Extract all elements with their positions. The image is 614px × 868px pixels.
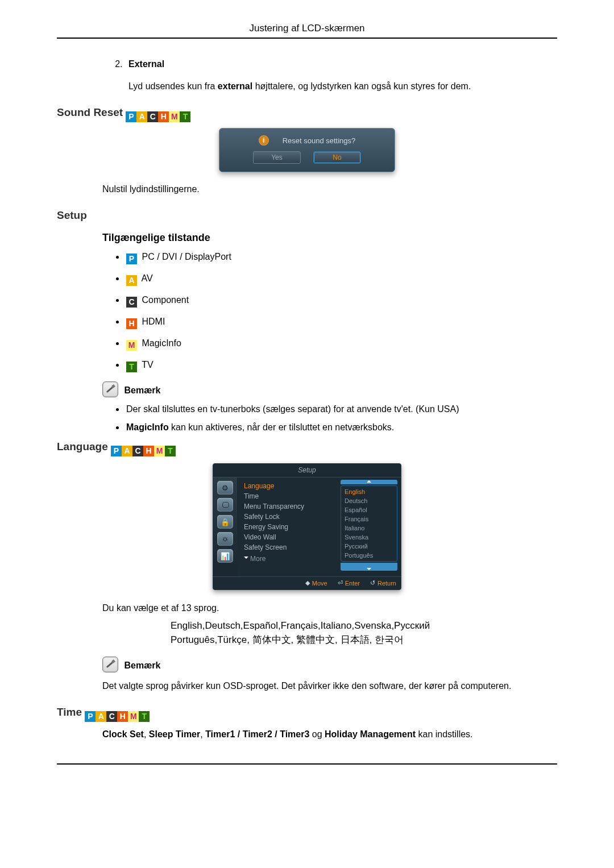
note-icon [102,657,118,672]
sound-reset-title: Sound Reset [57,106,123,118]
mode-t-icon: T [139,711,150,722]
page-header-title: Justering af LCD-skærmen [249,23,364,34]
external-p-after: højttalere, og lydstyrken kan også kun s… [252,81,471,91]
mode-p-icon: P [85,711,96,722]
osd-scroll-down-icon[interactable] [341,563,397,571]
mode-t-icon: T [126,362,137,372]
note-heading-language: Bemærk [57,657,557,672]
time-desc: Clock Set, Sleep Timer, Timer1 / Timer2 … [57,728,557,741]
mode-magicinfo: M MagicInfo [125,338,557,351]
osd-item-time[interactable]: Time [244,491,334,501]
note-heading-setup: Bemærk [57,381,557,397]
mode-av: A AV [125,273,557,286]
sound-reset-question: Reset sound settings? [283,136,356,145]
mode-h-icon: H [117,711,128,722]
mode-hdmi: H HDMI [125,317,557,329]
mode-strip: PACHMT [111,446,176,456]
sound-reset-desc: Nulstil lydindstillingerne. [57,182,557,196]
osd-val-francais[interactable]: Français [341,514,397,524]
note-label: Bemærk [124,385,160,395]
note-label: Bemærk [124,661,160,670]
language-note: Det valgte sprog påvirker kun OSD-sproge… [57,679,557,692]
osd-val-espanol[interactable]: Español [341,505,397,514]
mode-c-icon: C [147,111,158,122]
osd-val-svenska[interactable]: Svenska [341,533,397,542]
osd-side-icon[interactable]: ⛭ [217,532,233,546]
note-tuner: Der skal tilsluttes en tv-tunerboks (sæl… [125,404,557,414]
lang-line1: English,Deutsch,Español,Français,Italian… [171,618,466,633]
mode-c-icon: C [126,297,137,308]
available-modes-title: Tilgængelige tilstande [57,232,557,244]
osd-val-russkij[interactable]: Русский [341,542,397,551]
sound-reset-dialog: i Reset sound settings? Yes No [57,128,557,172]
page-header: Justering af LCD-skærmen [57,23,557,39]
osd-footer-enter: ⏎Enter [338,579,360,587]
mode-strip: PACHMT [126,111,190,122]
osd-side-icon[interactable]: 🔒 [217,515,233,529]
mode-component: C Component [125,295,557,308]
external-label: External [128,59,164,69]
osd-side-icon[interactable]: 📊 [217,549,233,563]
note-icon [102,381,118,397]
mode-tv: T TV [125,360,557,372]
osd-footer-return: ↺Return [370,579,396,587]
osd-val-deutsch[interactable]: Deutsch [341,496,397,505]
osd-item-safetylock[interactable]: Safety Lock [244,512,334,522]
mode-m-icon: M [128,711,139,722]
osd-item-more[interactable]: More [244,555,334,563]
setup-notes: Der skal tilsluttes en tv-tunerboks (sæl… [57,404,557,433]
setup-heading: Setup [57,209,557,222]
mode-c-icon: C [106,711,117,722]
osd-val-italiano[interactable]: Italiano [341,524,397,533]
mode-h-icon: H [158,111,169,122]
modes-list: P PC / DVI / DisplayPort A AV C Componen… [57,252,557,372]
osd-item-transparency[interactable]: Menu Transparency [244,501,334,512]
language-desc: Du kan vælge et af 13 sprog. [57,601,557,614]
external-p-bold: external [218,81,252,91]
external-p-before: Lyd udsendes kun fra [128,81,218,91]
mode-h-icon: H [126,318,137,329]
osd-value-column: English Deutsch Español Français Italian… [338,477,401,576]
osd-sidebar: ⚙ 🖵 🔒 ⛭ 📊 [213,477,237,576]
osd-item-safetyscreen[interactable]: Safety Screen [244,542,334,553]
note-magicinfo: MagicInfo kan kun aktiveres, når der er … [125,422,557,433]
mode-strip: PACHMT [85,711,150,722]
osd-footer: ◆Move ⏎Enter ↺Return [213,576,401,589]
external-list: External Lyd udsendes kun fra external h… [57,59,557,93]
language-list: English,Deutsch,Español,Français,Italian… [171,618,466,647]
mode-a-icon: A [136,111,147,122]
osd-menu-items: Language Time Menu Transparency Safety L… [237,477,338,576]
mode-t-icon: T [180,111,190,122]
mode-p-icon: P [111,446,122,456]
osd-side-icon[interactable]: ⚙ [217,481,233,495]
mode-m-icon: M [126,340,137,351]
mode-h-icon: H [143,446,154,456]
yes-button[interactable]: Yes [253,151,301,164]
mode-a-icon: A [126,275,137,286]
lang-line2: Português,Türkçe, 简体中文, 繁體中文, 日本語, 한국어 [171,633,466,647]
mode-m-icon: M [154,446,165,456]
mode-pc: P PC / DVI / DisplayPort [125,252,557,264]
mode-m-icon: M [169,111,180,122]
osd-title: Setup [213,464,401,477]
mode-t-icon: T [165,446,176,456]
osd-item-energy[interactable]: Energy Saving [244,522,334,532]
osd-val-portugues[interactable]: Português [341,551,397,560]
osd-item-videowall[interactable]: Video Wall [244,532,334,542]
no-button[interactable]: No [313,151,361,164]
osd-scroll-up-icon[interactable] [341,480,397,484]
time-heading: Time PACHMT [57,706,557,722]
mode-a-icon: A [96,711,106,722]
language-heading: Language PACHMT [57,441,557,456]
osd-item-language[interactable]: Language [244,481,334,491]
osd-setup-menu: Setup ⚙ 🖵 🔒 ⛭ 📊 Language Time Menu Trans… [57,463,557,590]
mode-p-icon: P [126,111,136,122]
osd-side-icon[interactable]: 🖵 [217,498,233,512]
mode-a-icon: A [122,446,132,456]
osd-val-english[interactable]: English [341,487,397,496]
info-icon: i [259,135,269,146]
mode-p-icon: P [126,254,137,264]
osd-footer-move: ◆Move [305,579,327,587]
mode-c-icon: C [132,446,143,456]
footer-rule [57,763,557,765]
